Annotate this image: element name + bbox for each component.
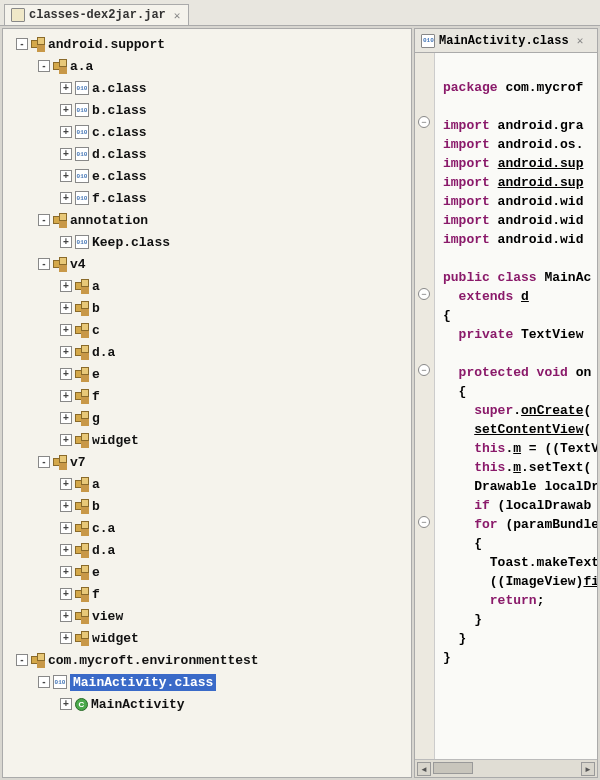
expand-icon[interactable]: + [60,170,72,182]
expand-icon[interactable]: + [60,632,72,644]
fold-toggle-icon[interactable]: − [418,516,430,528]
package-icon [75,499,89,513]
expand-icon[interactable]: + [60,302,72,314]
jar-file-icon [11,8,25,22]
collapse-icon[interactable]: - [16,654,28,666]
expand-icon[interactable]: + [60,192,72,204]
tree-node[interactable]: +e.class [5,165,409,187]
scroll-right-arrow-icon[interactable]: ► [581,762,595,776]
editor-tab-label[interactable]: MainActivity.class [439,34,569,48]
expand-icon[interactable]: + [60,82,72,94]
expand-icon[interactable]: + [60,522,72,534]
package-icon [75,345,89,359]
tree-node[interactable]: +a [5,275,409,297]
expand-icon[interactable]: + [60,236,72,248]
tree-node[interactable]: -v4 [5,253,409,275]
editor-tab-bar: MainActivity.class ✕ [415,29,597,53]
expand-icon[interactable]: + [60,346,72,358]
expand-icon[interactable]: + [60,478,72,490]
tree-node[interactable]: +MainActivity [5,693,409,715]
expand-icon[interactable]: + [60,412,72,424]
tree-node[interactable]: +d.class [5,143,409,165]
scroll-left-arrow-icon[interactable]: ◄ [417,762,431,776]
tree-node[interactable]: +widget [5,429,409,451]
tree-node-label: com.mycroft.environmenttest [48,653,259,668]
tree-node[interactable]: -annotation [5,209,409,231]
package-icon [31,37,45,51]
expand-icon[interactable]: + [60,544,72,556]
fold-toggle-icon[interactable]: − [418,364,430,376]
fold-toggle-icon[interactable]: − [418,288,430,300]
close-icon[interactable]: ✕ [174,9,181,22]
fold-toggle-icon[interactable]: − [418,116,430,128]
tree-node[interactable]: +f [5,385,409,407]
expand-icon[interactable]: + [60,324,72,336]
tree-node[interactable]: +b [5,297,409,319]
tree-node[interactable]: +e [5,363,409,385]
tree-node[interactable]: +Keep.class [5,231,409,253]
tree-node[interactable]: +a [5,473,409,495]
expand-icon[interactable]: + [60,698,72,710]
collapse-icon[interactable]: - [16,38,28,50]
tree-node[interactable]: +a.class [5,77,409,99]
class-file-icon [75,147,89,161]
code-content: package com.mycrof import android.gra im… [443,59,597,686]
expand-icon[interactable]: + [60,500,72,512]
tree-node[interactable]: -com.mycroft.environmenttest [5,649,409,671]
tree-node[interactable]: +f [5,583,409,605]
tree-node-label: view [92,609,123,624]
tree-node[interactable]: +c [5,319,409,341]
editor-scroll-horizontal[interactable]: ◄ ► [415,759,597,777]
tree-node[interactable]: +b [5,495,409,517]
tree-node-label: f.class [92,191,147,206]
class-type-icon [75,698,88,711]
tree-node[interactable]: -MainActivity.class [5,671,409,693]
class-file-icon [75,235,89,249]
tree-node[interactable]: +view [5,605,409,627]
expand-icon[interactable]: + [60,566,72,578]
tree-node-label: a [92,477,100,492]
tree-node-label: a.a [70,59,93,74]
package-icon [53,455,67,469]
expand-icon[interactable]: + [60,610,72,622]
package-tree[interactable]: -android.support-a.a+a.class+b.class+c.c… [3,29,411,777]
collapse-icon[interactable]: - [38,214,50,226]
collapse-icon[interactable]: - [38,456,50,468]
package-icon [75,279,89,293]
tree-node[interactable]: +g [5,407,409,429]
tree-node[interactable]: -v7 [5,451,409,473]
tree-node[interactable]: +widget [5,627,409,649]
tree-node[interactable]: +f.class [5,187,409,209]
tree-node[interactable]: +d.a [5,341,409,363]
tree-node-label: e.class [92,169,147,184]
tree-node-label: a.class [92,81,147,96]
collapse-icon[interactable]: - [38,60,50,72]
java-file-icon [421,34,435,48]
tree-node[interactable]: -android.support [5,33,409,55]
tab-jar[interactable]: classes-dex2jar.jar ✕ [4,4,189,25]
collapse-icon[interactable]: - [38,258,50,270]
scroll-thumb[interactable] [433,762,473,774]
expand-icon[interactable]: + [60,368,72,380]
tree-node[interactable]: +c.class [5,121,409,143]
tree-node-label: f [92,587,100,602]
expand-icon[interactable]: + [60,434,72,446]
collapse-icon[interactable]: - [38,676,50,688]
tree-node[interactable]: +e [5,561,409,583]
tree-node-label: d.a [92,543,115,558]
expand-icon[interactable]: + [60,390,72,402]
close-icon[interactable]: ✕ [577,34,584,47]
tree-node-label: Keep.class [92,235,170,250]
code-editor[interactable]: −−−− package com.mycrof import android.g… [415,53,597,759]
tree-node[interactable]: +d.a [5,539,409,561]
expand-icon[interactable]: + [60,126,72,138]
tree-node[interactable]: +c.a [5,517,409,539]
expand-icon[interactable]: + [60,104,72,116]
expand-icon[interactable]: + [60,148,72,160]
class-file-icon [53,675,67,689]
expand-icon[interactable]: + [60,588,72,600]
tree-node[interactable]: +b.class [5,99,409,121]
expand-icon[interactable]: + [60,280,72,292]
tree-node-label: MainActivity.class [70,674,216,691]
tree-node[interactable]: -a.a [5,55,409,77]
